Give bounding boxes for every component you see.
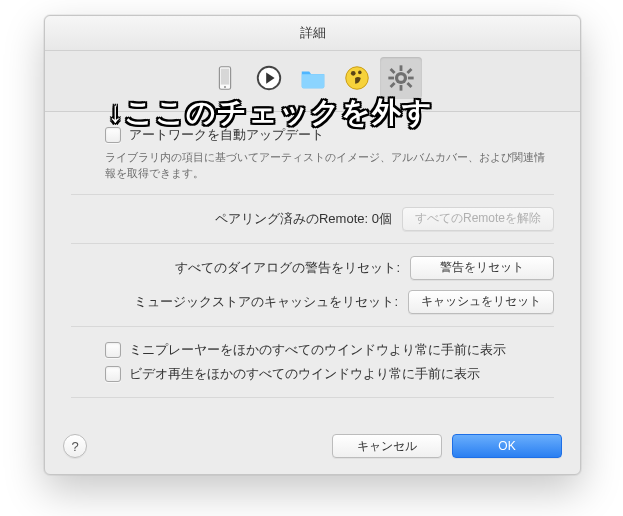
reset-dialogs-row: すべてのダイアログの警告をリセット: 警告をリセット — [71, 256, 554, 280]
svg-point-2 — [223, 86, 225, 88]
svg-rect-14 — [406, 68, 412, 74]
miniplayer-on-top-checkbox[interactable] — [105, 342, 121, 358]
svg-point-16 — [398, 75, 404, 81]
unpair-all-remotes-button: すべてのRemoteを解除 — [402, 207, 554, 231]
reset-cache-label: ミュージックストアのキャッシュをリセット: — [134, 293, 398, 311]
advanced-tab[interactable] — [380, 57, 422, 99]
svg-rect-11 — [408, 77, 414, 80]
reset-dialogs-label: すべてのダイアログの警告をリセット: — [175, 259, 400, 277]
svg-point-5 — [350, 71, 355, 76]
separator — [71, 243, 554, 244]
phone-icon — [210, 63, 240, 93]
footer: ? キャンセル OK — [45, 418, 580, 474]
svg-rect-12 — [389, 68, 395, 74]
cancel-button[interactable]: キャンセル — [332, 434, 442, 458]
separator — [71, 326, 554, 327]
play-icon — [254, 63, 284, 93]
miniplayer-on-top-label: ミニプレーヤーをほかのすべてのウインドウより常に手前に表示 — [129, 341, 506, 359]
preferences-window: 詳細 — [44, 15, 581, 475]
video-on-top-label: ビデオ再生をほかのすべてのウインドウより常に手前に表示 — [129, 365, 480, 383]
svg-rect-8 — [399, 65, 402, 71]
artwork-description: ライブラリ内の項目に基づいてアーティストのイメージ、アルバムカバー、および関連情… — [105, 150, 554, 182]
parental-tab[interactable] — [336, 57, 378, 99]
files-tab[interactable] — [292, 57, 334, 99]
devices-tab[interactable] — [204, 57, 246, 99]
gear-icon — [386, 63, 416, 93]
toolbar — [45, 51, 580, 112]
artwork-auto-update-label: アートワークを自動アップデート — [129, 126, 324, 144]
folder-icon — [298, 63, 328, 93]
artwork-row: アートワークを自動アップデート — [105, 126, 554, 144]
parental-icon — [342, 63, 372, 93]
window-title: 詳細 — [45, 16, 580, 51]
svg-point-6 — [358, 71, 362, 75]
reset-warnings-button[interactable]: 警告をリセット — [410, 256, 554, 280]
miniplayer-row: ミニプレーヤーをほかのすべてのウインドウより常に手前に表示 — [105, 341, 554, 359]
video-row: ビデオ再生をほかのすべてのウインドウより常に手前に表示 — [105, 365, 554, 383]
ok-button[interactable]: OK — [452, 434, 562, 458]
svg-rect-10 — [388, 77, 394, 80]
video-on-top-checkbox[interactable] — [105, 366, 121, 382]
always-on-top-section: ミニプレーヤーをほかのすべてのウインドウより常に手前に表示 ビデオ再生をほかのす… — [105, 341, 554, 383]
remote-row: ペアリング済みのRemote: 0個 すべてのRemoteを解除 — [71, 207, 554, 231]
playback-tab[interactable] — [248, 57, 290, 99]
svg-rect-13 — [406, 82, 412, 88]
svg-rect-9 — [399, 85, 402, 91]
help-button[interactable]: ? — [63, 434, 87, 458]
svg-rect-1 — [220, 69, 228, 85]
reset-cache-button[interactable]: キャッシュをリセット — [408, 290, 554, 314]
reset-cache-row: ミュージックストアのキャッシュをリセット: キャッシュをリセット — [71, 290, 554, 314]
separator — [71, 397, 554, 398]
separator — [71, 194, 554, 195]
svg-rect-15 — [389, 82, 395, 88]
paired-remote-label: ペアリング済みのRemote: 0個 — [215, 210, 392, 228]
artwork-auto-update-checkbox[interactable] — [105, 127, 121, 143]
